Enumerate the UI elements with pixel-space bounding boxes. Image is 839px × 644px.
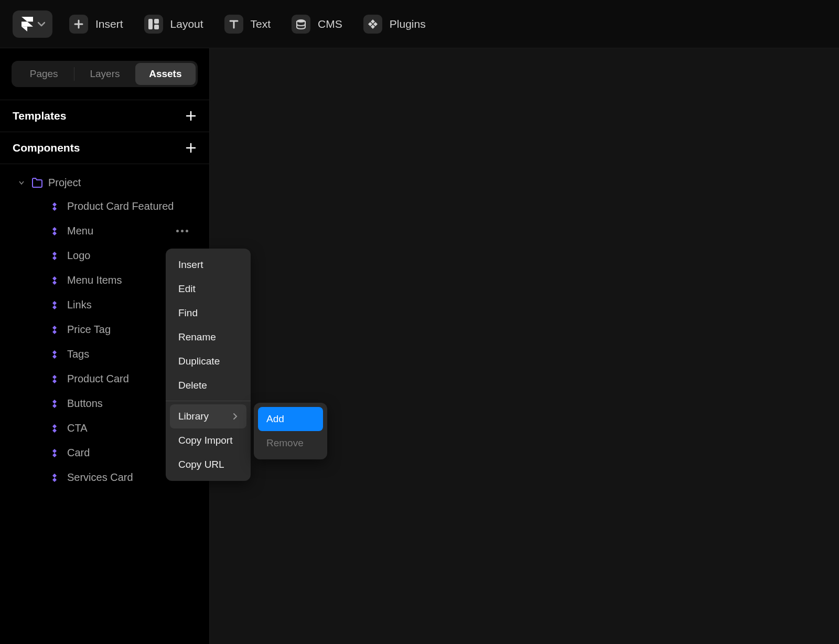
folder-icon (31, 177, 43, 189)
text-icon (224, 15, 243, 34)
component-item-menu[interactable]: Menu (0, 219, 209, 243)
component-label: Tags (67, 348, 89, 360)
context-find[interactable]: Find (170, 301, 246, 325)
topbar-items: Insert Layout Text (69, 15, 426, 34)
chevron-right-icon (233, 414, 238, 419)
component-item-product-card-featured[interactable]: Product Card Featured (0, 194, 209, 219)
context-copy-url[interactable]: Copy URL (170, 453, 246, 477)
component-label: Logo (67, 250, 91, 262)
component-label: Card (67, 447, 90, 459)
tab-layers[interactable]: Layers (74, 63, 135, 85)
context-menu: Insert Edit Find Rename Duplicate Delete… (166, 249, 251, 481)
topbar: Insert Layout Text (0, 0, 839, 48)
component-label: Price Tag (67, 324, 111, 336)
canvas[interactable] (210, 48, 839, 644)
library-submenu: Add Remove (254, 403, 327, 459)
context-library[interactable]: Library (170, 404, 246, 428)
cms-icon (292, 15, 310, 34)
components-section[interactable]: Components (0, 132, 209, 164)
context-rename[interactable]: Rename (170, 325, 246, 349)
add-template-button[interactable] (185, 110, 197, 122)
component-label: Product Card (67, 373, 129, 385)
svg-rect-2 (154, 25, 159, 29)
svg-point-3 (297, 19, 305, 23)
topbar-text[interactable]: Text (224, 15, 271, 34)
topbar-layout[interactable]: Layout (144, 15, 203, 34)
folder-label: Project (48, 177, 81, 189)
main: Pages Layers Assets Templates Components (0, 48, 839, 644)
component-icon (49, 275, 60, 286)
topbar-plugins[interactable]: Plugins (363, 15, 426, 34)
component-label: Menu (67, 225, 93, 237)
context-insert[interactable]: Insert (170, 253, 246, 277)
plus-icon (69, 15, 88, 34)
context-delete[interactable]: Delete (170, 373, 246, 398)
topbar-label: Insert (95, 18, 123, 30)
caret-down-icon (19, 180, 24, 186)
topbar-label: CMS (318, 18, 342, 30)
framer-logo-icon (20, 17, 35, 31)
layout-icon (144, 15, 163, 34)
tab-assets[interactable]: Assets (135, 63, 196, 85)
component-label: Product Card Featured (67, 200, 174, 212)
topbar-label: Layout (170, 18, 203, 30)
templates-section[interactable]: Templates (0, 100, 209, 132)
component-icon (49, 226, 60, 237)
plugins-icon (363, 15, 382, 34)
chevron-down-icon (38, 20, 45, 28)
component-icon (49, 473, 60, 483)
component-label: CTA (67, 422, 88, 434)
add-component-button[interactable] (185, 142, 197, 154)
component-label: Links (67, 299, 92, 311)
context-copy-import[interactable]: Copy Import (170, 428, 246, 453)
component-icon (49, 325, 60, 335)
component-label: Menu Items (67, 274, 122, 286)
tree-folder-project[interactable]: Project (0, 171, 209, 194)
component-icon (49, 423, 60, 434)
component-icon (49, 448, 60, 458)
svg-rect-0 (148, 19, 153, 29)
topbar-label: Plugins (390, 18, 426, 30)
topbar-cms[interactable]: CMS (292, 15, 342, 34)
separator (166, 401, 251, 401)
component-icon (49, 374, 60, 384)
more-icon[interactable] (176, 230, 188, 232)
sidebar-tabs: Pages Layers Assets (12, 61, 198, 87)
component-icon (49, 399, 60, 409)
component-icon (49, 201, 60, 212)
svg-rect-1 (154, 19, 159, 24)
component-label: Buttons (67, 398, 103, 410)
component-label: Services Card (67, 471, 133, 484)
component-icon (49, 300, 60, 310)
context-label: Library (178, 411, 209, 422)
topbar-label: Text (251, 18, 271, 30)
context-edit[interactable]: Edit (170, 277, 246, 301)
topbar-insert[interactable]: Insert (69, 15, 123, 34)
component-icon (49, 251, 60, 261)
context-duplicate[interactable]: Duplicate (170, 349, 246, 373)
section-title: Components (13, 142, 80, 154)
submenu-remove[interactable]: Remove (258, 431, 323, 455)
component-icon (49, 349, 60, 360)
submenu-add[interactable]: Add (258, 407, 323, 431)
tab-pages[interactable]: Pages (14, 63, 74, 85)
section-title: Templates (13, 110, 66, 122)
app-menu-button[interactable] (13, 10, 52, 38)
